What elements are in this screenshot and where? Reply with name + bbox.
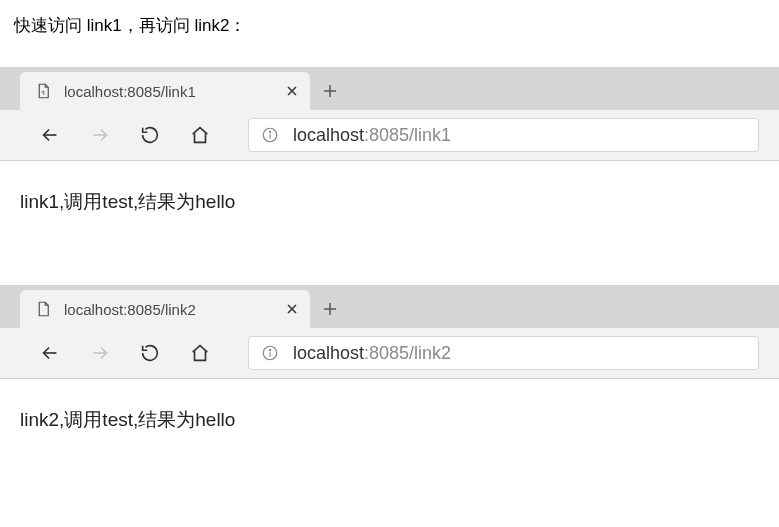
svg-point-3 (269, 349, 270, 350)
info-icon[interactable] (261, 126, 279, 144)
home-button[interactable] (188, 123, 212, 147)
close-icon[interactable] (284, 83, 300, 99)
new-tab-button[interactable] (310, 290, 350, 328)
address-bar[interactable]: localhost:8085/link2 (248, 336, 759, 370)
svg-point-1 (269, 131, 270, 132)
page-body-1: link1,调用test,结果为hello (0, 175, 779, 215)
page-icon (34, 300, 52, 318)
address-bar[interactable]: localhost:8085/link1 (248, 118, 759, 152)
url-host: localhost (293, 343, 364, 363)
url-text: localhost:8085/link1 (293, 125, 451, 146)
toolbar: localhost:8085/link2 (0, 328, 779, 378)
page-body-2: link2,调用test,结果为hello (0, 393, 779, 433)
active-tab[interactable]: localhost:8085/link1 (20, 72, 310, 110)
forward-button[interactable] (88, 341, 112, 365)
tab-title: localhost:8085/link1 (64, 83, 272, 100)
tab-strip: localhost:8085/link1 (0, 68, 779, 110)
refresh-button[interactable] (138, 341, 162, 365)
url-text: localhost:8085/link2 (293, 343, 451, 364)
back-button[interactable] (38, 123, 62, 147)
browser-window-1: localhost:8085/link1 localhost:8085/li (0, 67, 779, 161)
intro-text: 快速访问 link1，再访问 link2： (0, 14, 779, 37)
browser-window-2: localhost:8085/link2 localhost:8085/li (0, 285, 779, 379)
back-button[interactable] (38, 341, 62, 365)
url-host: localhost (293, 125, 364, 145)
tab-title: localhost:8085/link2 (64, 301, 272, 318)
spacer (0, 215, 779, 285)
toolbar: localhost:8085/link1 (0, 110, 779, 160)
forward-button[interactable] (88, 123, 112, 147)
page-icon (34, 82, 52, 100)
url-rest: :8085/link2 (364, 343, 451, 363)
refresh-button[interactable] (138, 123, 162, 147)
new-tab-button[interactable] (310, 72, 350, 110)
url-rest: :8085/link1 (364, 125, 451, 145)
close-icon[interactable] (284, 301, 300, 317)
active-tab[interactable]: localhost:8085/link2 (20, 290, 310, 328)
home-button[interactable] (188, 341, 212, 365)
tab-strip: localhost:8085/link2 (0, 286, 779, 328)
info-icon[interactable] (261, 344, 279, 362)
